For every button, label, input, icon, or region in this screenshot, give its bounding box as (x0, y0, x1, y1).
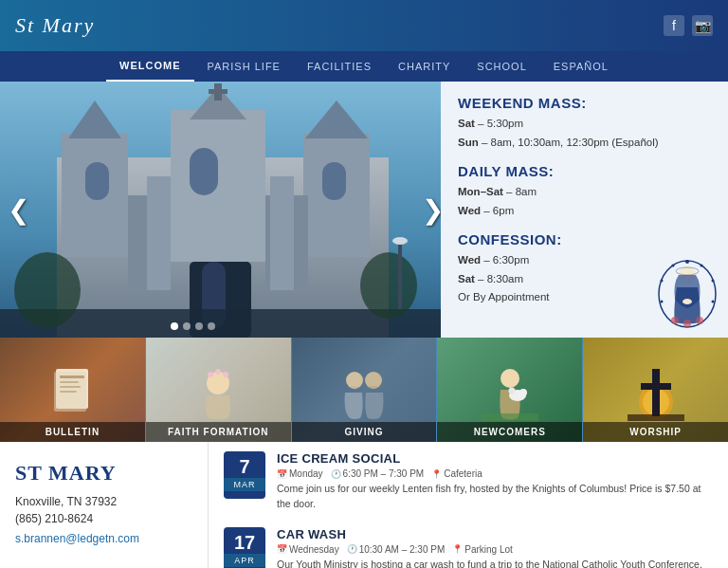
dot-2[interactable] (183, 322, 191, 330)
hero-section: ❮ ❯ WEEKEND MASS: Sat – 5:30pm Sun – 8am… (0, 82, 728, 338)
event-2-time: 🕐 10:30 AM – 2:30 PM (347, 544, 446, 555)
quick-link-worship[interactable]: WORSHIP (583, 338, 728, 442)
svg-rect-22 (398, 243, 402, 309)
quick-link-giving[interactable]: GIVING (292, 338, 438, 442)
dot-4[interactable] (208, 322, 215, 330)
quick-links-bar: BULLETIN FAITH FORMATION (0, 338, 728, 442)
quick-link-newcomers-label: NEWCOMERS (437, 422, 582, 442)
svg-point-47 (223, 372, 228, 377)
svg-rect-54 (482, 413, 538, 421)
svg-point-25 (685, 260, 689, 264)
event-1-meta: 📅 Monday 🕐 6:30 PM – 7:30 PM 📍 Cafeteria (277, 468, 713, 479)
svg-rect-13 (270, 176, 294, 290)
event-item-1: 7 MAR ICE CREAM SOCIAL 📅 Monday 🕐 6:30 P… (224, 451, 713, 512)
svg-point-35 (671, 317, 679, 324)
weekend-mass-title: WEEKEND MASS: (458, 95, 715, 111)
event-1-desc: Come join us for our weekly Lenten fish … (277, 482, 713, 512)
svg-rect-43 (54, 372, 86, 412)
svg-point-28 (712, 280, 715, 283)
svg-rect-15 (85, 162, 109, 200)
svg-point-36 (683, 320, 691, 327)
quick-link-worship-label: WORSHIP (583, 422, 728, 442)
daily-mass-wed: Wed – 6pm (458, 202, 715, 221)
nav-welcome[interactable]: WELCOME (106, 51, 193, 82)
nav-espanol[interactable]: ESPAÑOL (540, 51, 622, 82)
svg-rect-58 (641, 383, 671, 390)
hero-next-button[interactable]: ❯ (422, 194, 441, 226)
calendar-icon: 📅 (277, 469, 287, 479)
event-1-time: 🕐 6:30 PM – 7:30 PM (331, 468, 425, 479)
site-title: St Mary (15, 13, 95, 38)
bottom-section: ST MARY Knoxville, TN 37932 (865) 210-86… (0, 442, 728, 568)
svg-point-46 (215, 369, 221, 375)
clock-icon: 🕐 (331, 469, 341, 479)
weekend-mass-sat: Sat – 5:30pm (458, 115, 715, 134)
quick-link-bulletin-label: BULLETIN (0, 422, 145, 442)
svg-point-37 (696, 317, 703, 324)
svg-point-20 (14, 252, 81, 328)
nav-charity[interactable]: CHARITY (385, 51, 464, 82)
event-1-title: ICE CREAM SOCIAL (277, 451, 713, 466)
svg-point-21 (360, 252, 417, 319)
clock-icon-2: 🕐 (347, 544, 357, 554)
event-2-date-badge: 17 APR (224, 527, 265, 569)
quick-link-bulletin[interactable]: BULLETIN (0, 338, 146, 442)
event-2-date-mon: APR (224, 554, 265, 567)
dot-1[interactable] (171, 322, 178, 330)
org-name: ST MARY (15, 461, 192, 486)
svg-point-34 (682, 299, 692, 304)
hero-image: ❮ ❯ (0, 82, 441, 338)
daily-mass-title: DAILY MASS: (458, 163, 715, 179)
event-1-date-num: 7 (224, 451, 265, 478)
contact-city: Knoxville, TN 37932 (15, 495, 192, 508)
event-2-meta: 📅 Wednesday 🕐 10:30 AM – 2:30 PM 📍 Parki… (277, 544, 713, 555)
hero-dots (171, 322, 215, 330)
confession-title: CONFESSION: (458, 231, 715, 247)
svg-point-30 (712, 301, 715, 303)
event-2-date-num: 17 (224, 527, 265, 554)
contact-panel: ST MARY Knoxville, TN 37932 (865) 210-86… (0, 442, 209, 568)
event-1-date-mon: MAR (224, 478, 265, 491)
svg-rect-57 (652, 369, 660, 416)
nav-parish-life[interactable]: PARISH LIFE (194, 51, 294, 82)
quick-link-faith-label: FAITH FORMATION (146, 422, 291, 442)
event-2-desc: Our Youth Ministry is hosting a car wash… (277, 558, 713, 569)
svg-rect-59 (628, 414, 684, 421)
svg-rect-11 (147, 176, 171, 290)
quick-link-newcomers[interactable]: NEWCOMERS (437, 338, 583, 442)
svg-point-53 (508, 387, 515, 394)
nav-facilities[interactable]: FACILITIES (294, 51, 385, 82)
svg-point-31 (661, 301, 664, 303)
instagram-icon[interactable]: 📷 (692, 15, 713, 36)
event-2-content: CAR WASH 📅 Wednesday 🕐 10:30 AM – 2:30 P… (277, 527, 713, 569)
contact-phone: (865) 210-8624 (15, 512, 192, 525)
main-nav: WELCOME PARISH LIFE FACILITIES CHARITY S… (0, 51, 728, 82)
event-1-day: 📅 Monday (277, 468, 323, 479)
event-2-day: 📅 Wednesday (277, 544, 339, 555)
event-2-location: 📍 Parking Lot (452, 544, 513, 555)
nav-school[interactable]: SCHOOL (464, 51, 539, 82)
svg-rect-2 (171, 110, 265, 262)
event-1-date-badge: 7 MAR (224, 451, 265, 499)
event-1-location: 📍 Cafeteria (431, 468, 482, 479)
svg-point-27 (672, 265, 675, 267)
social-icons: f 📷 (664, 15, 713, 36)
dot-3[interactable] (195, 322, 203, 330)
header: St Mary f 📷 (0, 0, 728, 51)
svg-rect-5 (209, 89, 228, 94)
svg-point-45 (208, 372, 213, 377)
hero-prev-button[interactable]: ❮ (8, 194, 29, 226)
svg-rect-16 (322, 162, 346, 200)
weekend-mass-section: WEEKEND MASS: Sat – 5:30pm Sun – 8am, 10… (458, 95, 715, 152)
calendar-icon-2: 📅 (277, 544, 287, 554)
location-icon-2: 📍 (452, 544, 463, 554)
event-1-content: ICE CREAM SOCIAL 📅 Monday 🕐 6:30 PM – 7:… (277, 451, 713, 512)
quick-link-faith[interactable]: FAITH FORMATION (146, 338, 292, 442)
contact-email[interactable]: s.brannen@ledgetn.com (15, 532, 139, 545)
event-2-title: CAR WASH (277, 527, 713, 541)
facebook-icon[interactable]: f (664, 15, 684, 36)
svg-point-52 (519, 389, 527, 396)
daily-mass-section: DAILY MASS: Mon–Sat – 8am Wed – 6pm (458, 163, 715, 220)
mary-illustration (654, 254, 720, 330)
svg-point-29 (661, 280, 664, 283)
